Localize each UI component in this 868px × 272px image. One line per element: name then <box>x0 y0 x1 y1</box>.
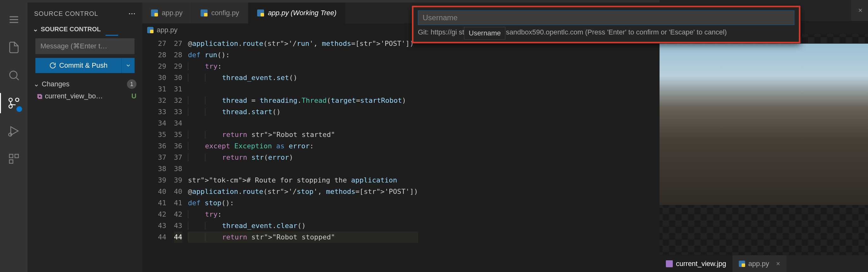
more-icon[interactable]: ··· <box>129 10 136 18</box>
svg-point-7 <box>9 98 12 102</box>
image-icon <box>666 260 673 267</box>
diff-icon: ⧉ <box>37 92 42 100</box>
line-numbers-modified: 272829303132333435363738394041424344 <box>171 37 188 272</box>
tab-app-py-lower[interactable]: app.py × <box>733 255 786 272</box>
svg-point-5 <box>16 98 19 102</box>
changes-label: Changes <box>42 80 69 88</box>
tab-close-button[interactable]: × <box>851 0 868 21</box>
username-input[interactable] <box>418 10 795 25</box>
sidebar: SOURCE CONTROL ··· ⌄ SOURCE CONTROL Mess… <box>28 2 142 272</box>
changed-file-name: current_view_bo… <box>45 92 103 100</box>
progress-indicator <box>33 35 137 36</box>
tab-label: app.py <box>748 260 769 268</box>
tab-app-py[interactable]: app.py <box>142 2 192 23</box>
tab-label: app.py (Working Tree) <box>268 9 336 17</box>
chevron-down-icon: ⌄ <box>33 25 38 33</box>
commit-dropdown-button[interactable] <box>121 58 134 73</box>
extensions-icon[interactable] <box>6 151 22 166</box>
commit-push-button[interactable]: Commit & Push <box>35 58 121 73</box>
python-icon <box>739 261 745 267</box>
search-icon[interactable] <box>6 68 22 83</box>
svg-point-3 <box>9 71 17 78</box>
changes-group[interactable]: ⌄ Changes 1 <box>28 78 142 91</box>
commit-push-label: Commit & Push <box>59 61 108 70</box>
python-icon <box>147 27 154 33</box>
image-preview[interactable] <box>659 34 868 255</box>
scm-section-label: SOURCE CONTROL <box>41 26 101 33</box>
untracked-marker: U <box>131 92 136 100</box>
tab-label: current_view.jpg <box>676 260 726 268</box>
tab-current-view-jpg[interactable]: current_view.jpg <box>659 255 733 272</box>
svg-point-6 <box>9 105 12 108</box>
commit-message-input[interactable]: Message (⌘Enter t… <box>35 38 134 54</box>
scm-badge-icon <box>17 106 22 112</box>
source-control-icon[interactable] <box>6 96 22 111</box>
explorer-icon[interactable] <box>6 40 22 55</box>
code-content[interactable]: @application.route(str">'/run', methods=… <box>188 37 418 272</box>
svg-line-4 <box>16 78 18 80</box>
tab-label: config.py <box>211 9 239 17</box>
svg-rect-11 <box>15 154 18 158</box>
run-debug-icon[interactable] <box>6 124 22 138</box>
scm-section-header[interactable]: ⌄ SOURCE CONTROL <box>28 25 142 35</box>
menu-icon[interactable] <box>6 12 22 27</box>
lower-tab-bar: current_view.jpg app.py × <box>659 255 868 272</box>
quick-input-panel: Username Git: https://gi ster-bvjbt.bvjb… <box>412 6 800 43</box>
sidebar-title: SOURCE CONTROL ··· <box>28 2 142 25</box>
breadcrumb-label: app.py <box>157 26 178 34</box>
python-icon <box>200 9 208 17</box>
tab-config-py[interactable]: config.py <box>192 2 248 23</box>
svg-rect-12 <box>9 160 12 163</box>
python-icon <box>151 9 158 17</box>
sidebar-title-label: SOURCE CONTROL <box>34 10 98 18</box>
changed-file-row[interactable]: ⧉ current_view_bo… U <box>28 91 142 102</box>
username-tooltip: Username <box>464 27 505 39</box>
close-icon[interactable]: × <box>776 260 780 268</box>
changes-count-badge: 1 <box>127 79 136 89</box>
image-content <box>659 44 868 205</box>
chevron-down-icon: ⌄ <box>33 80 39 88</box>
tab-app-py-working-tree[interactable]: app.py (Working Tree) <box>248 2 346 23</box>
tab-label: app.py <box>162 9 183 17</box>
activity-bar <box>0 2 28 272</box>
svg-rect-10 <box>9 154 12 158</box>
python-icon <box>257 9 264 17</box>
line-numbers-original: 272829303132333435363738394041424344 <box>142 37 171 272</box>
